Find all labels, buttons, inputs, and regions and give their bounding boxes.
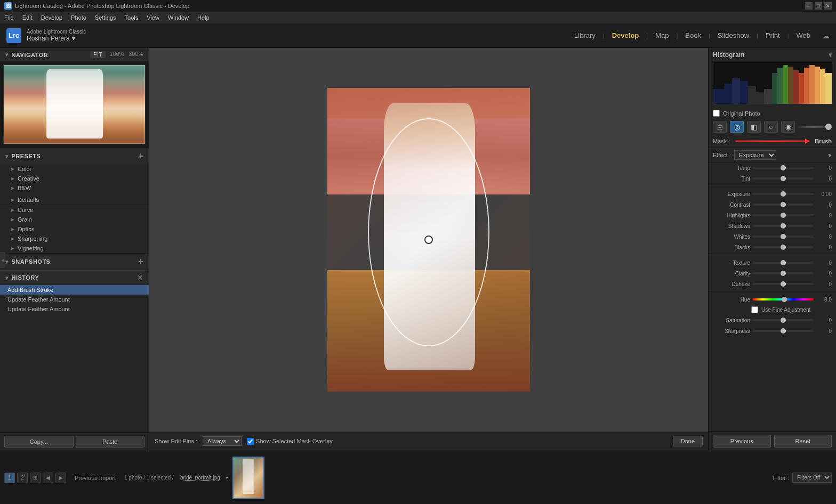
copy-button[interactable]: Copy... (4, 436, 74, 448)
filmstrip-thumbnail-0[interactable]: ▼ (232, 457, 264, 499)
temp-thumb[interactable] (781, 165, 786, 170)
snapshots-add-button[interactable]: + (138, 257, 143, 266)
filmstrip-prev-button[interactable]: ◀ (43, 473, 53, 483)
previous-import-label[interactable]: Previous Import (75, 475, 116, 481)
whites-thumb[interactable] (781, 234, 786, 239)
menu-file[interactable]: File (4, 14, 14, 21)
highlights-thumb[interactable] (781, 213, 786, 218)
adjustment-pin[interactable] (424, 235, 433, 244)
point-curve-button[interactable]: ◉ (781, 121, 795, 133)
minimize-button[interactable]: ─ (805, 2, 813, 10)
original-photo-checkbox[interactable] (713, 110, 720, 117)
dehaze-thumb[interactable] (781, 281, 786, 287)
menu-window[interactable]: Window (168, 14, 189, 21)
nav-library[interactable]: Library (569, 29, 601, 42)
nav-web[interactable]: Web (791, 29, 816, 42)
done-button[interactable]: Done (673, 436, 703, 446)
show-edit-pins-select[interactable]: Always Never Selected (203, 436, 242, 446)
contrast-thumb[interactable] (781, 202, 786, 207)
clarity-slider[interactable] (752, 272, 814, 274)
window-controls[interactable]: ─ □ ✕ (805, 2, 832, 10)
effect-dropdown-icon[interactable]: ▾ (828, 151, 832, 159)
menu-edit[interactable]: Edit (22, 14, 33, 21)
shadows-slider[interactable] (752, 225, 814, 227)
crop-tool-button[interactable]: ⊞ (713, 121, 727, 133)
tool-curve[interactable]: ▶ Curve (0, 205, 149, 215)
shadows-thumb[interactable] (781, 223, 786, 229)
filename-label[interactable]: bride_portrait.jpg (180, 475, 220, 481)
show-mask-checkbox[interactable] (247, 438, 254, 445)
preset-color[interactable]: ▶ Color (0, 164, 149, 174)
filmstrip-grid-button[interactable]: ⊞ (30, 473, 41, 483)
filmstrip-btn-2[interactable]: 2 (17, 473, 28, 483)
contrast-slider[interactable] (752, 204, 814, 206)
menu-tools[interactable]: Tools (125, 14, 139, 21)
menu-develop[interactable]: Develop (41, 14, 62, 21)
histogram-expand-icon[interactable]: ▾ (829, 51, 832, 59)
close-button[interactable]: ✕ (824, 2, 832, 10)
effect-select[interactable]: Exposure Contrast Highlights Shadows (734, 150, 776, 160)
temp-slider[interactable] (752, 167, 814, 169)
fine-adjustment-checkbox[interactable] (751, 306, 758, 313)
hue-thumb[interactable] (782, 297, 787, 302)
blacks-thumb[interactable] (781, 245, 786, 250)
cloud-icon[interactable]: ☁ (822, 31, 830, 40)
filmstrip-btn-1[interactable]: 1 (4, 473, 15, 483)
saturation-thumb[interactable] (781, 318, 786, 323)
grad-filter-button[interactable]: ◧ (747, 121, 761, 133)
menu-view[interactable]: View (147, 14, 159, 21)
saturation-slider[interactable] (752, 319, 814, 321)
history-header[interactable]: ▾ History ✕ (0, 270, 149, 285)
show-mask-overlay-label[interactable]: Show Selected Mask Overlay (247, 438, 333, 445)
dehaze-slider[interactable] (752, 283, 814, 285)
zoom-300[interactable]: 300% (128, 51, 143, 58)
nav-print[interactable]: Print (760, 29, 785, 42)
chevron-down-icon[interactable]: ▾ (72, 35, 75, 42)
texture-slider[interactable] (752, 262, 814, 264)
radial-filter-button[interactable]: ◎ (730, 121, 744, 133)
history-item-2[interactable]: Update Feather Amount (0, 304, 149, 314)
preset-creative[interactable]: ▶ Creative (0, 174, 149, 183)
menu-help[interactable]: Help (197, 14, 210, 21)
history-item-0[interactable]: Add Brush Stroke (0, 285, 149, 295)
sharpness-thumb[interactable] (781, 328, 786, 334)
left-expand-tab[interactable]: ◀ (0, 252, 5, 268)
snapshots-header[interactable]: ▾ Snapshots + (0, 254, 149, 270)
zoom-100[interactable]: 100% (110, 51, 125, 58)
filter-select[interactable]: Filters Off Flagged Rejected Rated (792, 473, 832, 483)
hue-slider[interactable] (752, 298, 814, 300)
presets-header[interactable]: ▾ Presets + (0, 148, 149, 164)
tool-vignetting[interactable]: ▶ Vignetting (0, 243, 149, 253)
navigator-header[interactable]: ▾ Navigator FIT 100% 300% (0, 48, 149, 61)
nav-book[interactable]: Book (680, 29, 706, 42)
exposure-slider[interactable] (752, 193, 814, 195)
highlights-slider[interactable] (752, 214, 814, 216)
whites-slider[interactable] (752, 235, 814, 238)
preset-defaults[interactable]: ▶ Defaults (0, 195, 149, 205)
reset-button[interactable]: Reset (774, 435, 832, 448)
tool-grain[interactable]: ▶ Grain (0, 215, 149, 224)
paste-button[interactable]: Paste (76, 436, 145, 448)
tint-slider[interactable] (752, 177, 814, 180)
menu-photo[interactable]: Photo (71, 14, 86, 21)
blacks-slider[interactable] (752, 246, 814, 248)
nav-slideshow[interactable]: Slideshow (712, 29, 754, 42)
maximize-button[interactable]: □ (815, 2, 822, 10)
clarity-thumb[interactable] (781, 271, 786, 276)
exposure-thumb[interactable] (781, 191, 786, 197)
filmstrip-next-button[interactable]: ▶ (55, 473, 66, 483)
fit-button[interactable]: FIT (90, 51, 106, 58)
tint-thumb[interactable] (781, 176, 786, 181)
presets-add-button[interactable]: + (138, 151, 143, 161)
filename-arrow-icon[interactable]: ▾ (226, 475, 228, 481)
nav-develop[interactable]: Develop (607, 29, 645, 42)
previous-button[interactable]: Previous (713, 435, 771, 448)
history-item-1[interactable]: Update Feather Amount (0, 295, 149, 304)
slider-track[interactable] (798, 126, 829, 128)
nav-map[interactable]: Map (650, 29, 674, 42)
sharpness-slider[interactable] (752, 330, 814, 332)
menu-settings[interactable]: Settings (95, 14, 116, 21)
preset-bw[interactable]: ▶ B&W (0, 183, 149, 193)
slider-thumb[interactable] (825, 124, 832, 130)
tool-sharpening[interactable]: ▶ Sharpening (0, 234, 149, 243)
